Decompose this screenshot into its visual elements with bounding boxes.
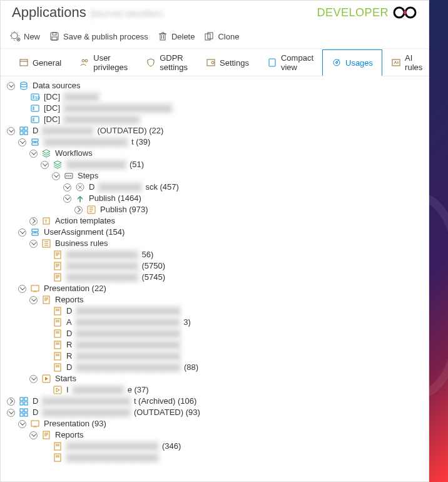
tab-ai-rules[interactable]: AI rules [382, 49, 432, 76]
tree-item[interactable]: Axxxxxxxxxxxxxxxxxxxxxxxxx3) [41, 317, 422, 328]
expander-icon[interactable] [29, 431, 38, 439]
expander-icon[interactable] [7, 397, 15, 406]
tree-node-presentation[interactable]: Presentation (22) [18, 283, 422, 294]
tree-item[interactable]: Dxxxxxxxxxxxxxxxxxxxxxxxxx(88) [41, 362, 422, 373]
expander-icon[interactable] [18, 138, 26, 146]
report-icon [53, 329, 63, 339]
expander-icon[interactable] [63, 195, 71, 203]
usages-icon [332, 58, 342, 68]
delete-button[interactable]: Delete [157, 31, 195, 42]
save-publish-button[interactable]: Save & publish process [49, 31, 148, 42]
tree-item[interactable]: xxxxxxxxxxxxxxxxx56) [41, 249, 422, 260]
expander-icon[interactable] [18, 420, 26, 428]
svg-rect-27 [24, 127, 28, 130]
tree-item[interactable]: xxxxxxxxxxxxxxxxx(5750) [41, 260, 422, 272]
report-icon [53, 317, 63, 327]
tree-item[interactable]: [DC]xxxxxxxxxxxxxxxxxx [18, 114, 422, 125]
tree-item[interactable]: Dxxxxxxxxxxxxxxxxxxxxxxxxx [41, 328, 422, 339]
expander-icon[interactable] [63, 183, 71, 192]
svg-rect-58 [20, 413, 23, 416]
tree-node-app[interactable]: Dxxxxxxxxxxxx (OUTDATED) (22) [7, 125, 422, 136]
svg-rect-52 [20, 397, 23, 401]
tree-item[interactable]: Ixxxxxxxxxxxxe (37) [41, 384, 422, 396]
svg-rect-56 [20, 409, 23, 412]
svg-rect-41 [54, 274, 61, 281]
svg-rect-15 [207, 59, 215, 66]
brand: DEVELOPER [317, 5, 419, 20]
tree-node-action-templates[interactable]: T Action templates [29, 215, 422, 227]
new-button[interactable]: New [9, 31, 40, 42]
svg-point-21 [21, 82, 27, 85]
tree-item[interactable]: SQL [DC]xxxxxxxx [18, 91, 422, 103]
expander-icon[interactable] [29, 217, 38, 225]
tab-gdpr[interactable]: GDPR settings [136, 49, 197, 76]
tree-node[interactable]: xxxxxxxxxxxxxx (51) [41, 159, 422, 170]
tree-item[interactable]: Rxxxxxxxxxxxxxxxxxxxxxxxxx [41, 351, 422, 362]
tree-node-presentation[interactable]: Presentation (93) [18, 418, 422, 429]
tree-item[interactable]: Dxxxxxxxxxxsck (457) [63, 182, 422, 193]
tree-view[interactable]: Data sources SQL [DC]xxxxxxxx [DC]xxxxxx… [1, 76, 429, 481]
expander-icon[interactable] [18, 228, 26, 237]
tab-general[interactable]: General [9, 49, 71, 76]
tree-node-reports[interactable]: Reports [29, 429, 422, 441]
tree-node-business-rules[interactable]: Business rules [29, 238, 422, 249]
report-icon [53, 306, 63, 316]
expander-icon[interactable] [29, 150, 38, 158]
brand-word: DEVELOPER [317, 6, 389, 19]
tree-node-app-archived[interactable]: Dxxxxxxxxxxxxxxxxxxxxx t (Archived) (106… [7, 396, 422, 407]
tree-item[interactable]: Rxxxxxxxxxxxxxxxxxxxxxxxxx [41, 339, 422, 351]
tree-item[interactable]: [DC]xxxxxxxxxxxxxxxxxxxxxxxxxx [18, 103, 422, 114]
svg-rect-8 [52, 37, 57, 40]
expander-icon[interactable] [7, 127, 15, 135]
tab-user-privileges[interactable]: User privileges [70, 49, 137, 76]
reports-icon [41, 430, 51, 440]
svg-text:T: T [44, 218, 48, 224]
tree-node-app-outdated[interactable]: Dxxxxxxxxxxxxxxxxxxxxx (OUTDATED) (93) [7, 407, 422, 418]
expander-icon[interactable] [29, 375, 38, 383]
rules-icon [41, 238, 51, 249]
svg-rect-29 [24, 131, 28, 135]
tree-item[interactable]: xxxxxxxxxxxxxxxxxxxxxx(346) [41, 441, 422, 452]
toolbar: New Save & publish process Delete Clone [1, 27, 429, 49]
tree-node-reports[interactable]: Reports [29, 294, 422, 305]
expander-icon[interactable] [52, 172, 60, 180]
tree-node-user-assignment[interactable]: UserAssignment (154) [18, 227, 422, 238]
tree-item[interactable]: Publish (1464) [63, 193, 422, 204]
workflow-icon [53, 160, 63, 170]
steps-icon [64, 171, 74, 181]
svg-rect-28 [20, 131, 23, 135]
tree-node-starts[interactable]: Starts [29, 373, 422, 384]
expander-icon[interactable] [7, 409, 15, 417]
svg-point-14 [85, 59, 88, 62]
tab-usages[interactable]: Usages [322, 49, 382, 76]
tree-node-data-sources[interactable]: Data sources [7, 80, 422, 91]
settings-icon [206, 58, 216, 68]
expander-icon[interactable] [7, 82, 15, 90]
tree-node-steps[interactable]: Steps [52, 170, 422, 182]
clone-button[interactable]: Clone [203, 31, 239, 42]
tree-item[interactable]: Dxxxxxxxxxxxxxxxxxxxxxxxxx [41, 305, 422, 317]
play-icon [41, 374, 51, 384]
tree-node[interactable]: xxxxxxxxxxxxxxxxxxxx t (39) [18, 136, 422, 148]
tab-compact-view[interactable]: Compact view [258, 49, 323, 76]
expander-icon[interactable] [41, 161, 49, 169]
svg-rect-40 [54, 262, 61, 270]
svg-rect-46 [54, 330, 61, 337]
tree-item[interactable]: xxxxxxxxxxxxxxxxxxxxxx [41, 452, 422, 463]
expander-icon[interactable] [29, 296, 38, 304]
tree-item[interactable]: xxxxxxxxxxxxxxxxx(5745) [41, 272, 422, 283]
presentation-icon [30, 284, 40, 294]
tab-settings[interactable]: Settings [196, 49, 258, 76]
clone-icon [203, 31, 215, 42]
svg-rect-9 [160, 34, 165, 40]
expander-icon[interactable] [18, 285, 26, 293]
compact-icon [267, 58, 277, 68]
expander-icon[interactable] [74, 206, 83, 214]
tree-node-workflows[interactable]: Workflows [29, 148, 422, 159]
expander-icon[interactable] [29, 240, 38, 248]
shield-icon [146, 58, 156, 68]
svg-rect-59 [24, 413, 28, 416]
tree-item[interactable]: Publish (973) [74, 204, 422, 215]
title-subtext: (blurred identifier) [90, 8, 164, 19]
svg-rect-26 [20, 127, 23, 130]
